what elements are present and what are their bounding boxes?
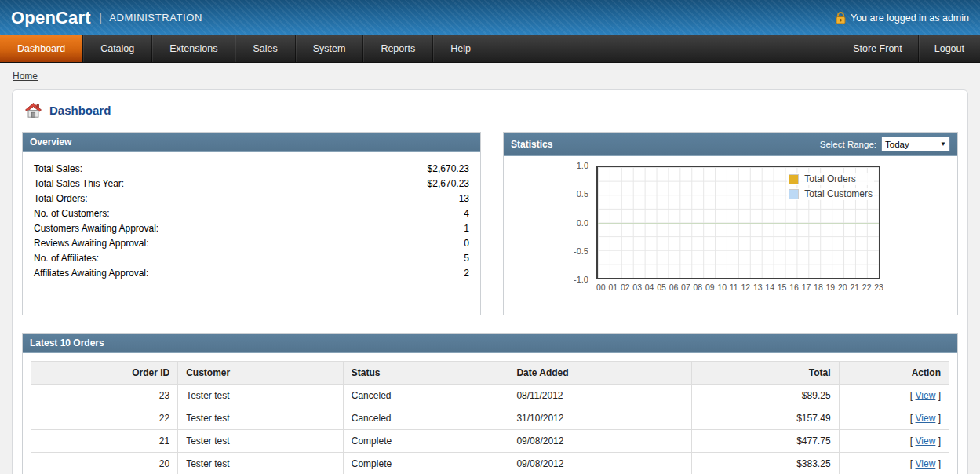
nav-right-group: Store Front Logout — [837, 35, 980, 62]
chart-legend: Total Orders Total Customers — [787, 173, 874, 202]
table-row: 20 Tester test Complete 09/08/2012 $383.… — [31, 453, 949, 474]
x-tick-label: 01 — [608, 283, 618, 292]
main-nav: Dashboard Catalog Extensions Sales Syste… — [0, 35, 980, 63]
overview-row-label: Total Sales This Year: — [34, 177, 124, 191]
cell-total: $157.49 — [692, 407, 839, 430]
x-tick-label: 00 — [596, 283, 606, 292]
legend-item: Total Customers — [787, 188, 874, 200]
overview-row-label: Reviews Awaiting Approval: — [34, 236, 149, 251]
chart-x-axis: 0001020304050607080910111213141516171819… — [596, 283, 883, 292]
cell-action: [ View ] — [839, 407, 949, 430]
content-area: Dashboard Overview Total Sales: $2,670.2… — [12, 89, 968, 474]
y-tick-label: 0.5 — [562, 189, 588, 199]
overview-row-value: 4 — [464, 206, 469, 221]
nav-logout[interactable]: Logout — [918, 35, 980, 62]
y-tick-label: -1.0 — [562, 275, 588, 284]
select-range-group: Select Range: Today ▼ — [820, 137, 950, 151]
nav-store-front[interactable]: Store Front — [837, 35, 918, 62]
x-tick-label: 15 — [778, 283, 787, 292]
cell-customer: Tester test — [178, 430, 344, 453]
x-tick-label: 05 — [657, 283, 666, 292]
overview-row-label: Customers Awaiting Approval: — [34, 221, 158, 236]
legend-swatch — [789, 189, 799, 199]
nav-tab-system[interactable]: System — [295, 35, 363, 62]
latest-orders-title: Latest 10 Orders — [30, 337, 104, 348]
cell-customer: Tester test — [178, 407, 344, 430]
nav-tab-help[interactable]: Help — [432, 35, 488, 62]
cell-customer: Tester test — [178, 453, 344, 474]
nav-tab-extensions[interactable]: Extensions — [151, 35, 235, 62]
x-tick-label: 21 — [850, 283, 859, 292]
overview-row: No. of Affiliates: 5 — [34, 251, 469, 266]
nav-tab-sales[interactable]: Sales — [235, 35, 294, 62]
breadcrumb-home-link[interactable]: Home — [13, 71, 38, 82]
overview-row-value: $2,670.23 — [428, 162, 469, 177]
x-tick-label: 04 — [645, 283, 654, 292]
select-range-value: Today — [885, 140, 909, 149]
y-tick-label: 1.0 — [562, 161, 588, 170]
view-link[interactable]: View — [916, 458, 936, 469]
overview-panel-header: Overview — [23, 133, 480, 152]
cell-status: Canceled — [343, 385, 508, 407]
cell-date-added: 09/08/2012 — [508, 430, 692, 453]
overview-row-value: 1 — [464, 221, 469, 236]
col-status: Status — [343, 362, 508, 385]
x-tick-label: 09 — [705, 283, 715, 292]
cell-order-id: 23 — [31, 385, 178, 407]
brand-divider: | — [99, 10, 102, 26]
breadcrumb: Home — [0, 63, 980, 88]
x-tick-label: 16 — [789, 283, 799, 292]
orders-table: Order ID Customer Status Date Added Tota… — [31, 361, 949, 474]
cell-total: $477.75 — [692, 430, 839, 453]
legend-label: Total Customers — [804, 188, 873, 199]
cell-order-id: 21 — [31, 430, 178, 453]
x-tick-label: 11 — [730, 283, 738, 292]
latest-orders-panel: Latest 10 Orders Order ID Customer Statu… — [22, 333, 958, 474]
x-tick-label: 14 — [765, 283, 774, 292]
legend-item: Total Orders — [787, 173, 874, 185]
cell-order-id: 20 — [31, 453, 178, 474]
cell-status: Complete — [343, 430, 508, 453]
chart-plot-area: Total Orders Total Customers — [596, 166, 880, 279]
chevron-down-icon: ▼ — [940, 140, 946, 148]
x-tick-label: 20 — [838, 283, 847, 292]
overview-row-value: $2,670.23 — [428, 177, 469, 191]
statistics-chart: 1.00.50.0-0.5-1.0 Total Orders — [596, 166, 883, 292]
overview-row-value: 2 — [464, 266, 469, 281]
cell-status: Complete — [343, 453, 508, 474]
page-title: Dashboard — [49, 104, 111, 117]
select-range-dropdown[interactable]: Today ▼ — [881, 137, 950, 151]
logged-in-text: You are logged in as admin — [851, 13, 969, 24]
x-tick-label: 17 — [802, 283, 811, 292]
select-range-label: Select Range: — [820, 140, 876, 149]
nav-tab-catalog[interactable]: Catalog — [82, 35, 151, 62]
y-tick-label: 0.0 — [562, 218, 588, 228]
overview-row-value: 13 — [459, 191, 469, 206]
cell-status: Canceled — [343, 407, 508, 430]
legend-label: Total Orders — [804, 173, 855, 184]
overview-row: Total Sales: $2,670.23 — [34, 162, 469, 177]
cell-action: [ View ] — [839, 430, 949, 453]
cell-date-added: 08/11/2012 — [508, 385, 692, 407]
orders-header-row: Order ID Customer Status Date Added Tota… — [31, 362, 949, 385]
overview-row-label: No. of Affiliates: — [34, 251, 99, 266]
x-tick-label: 06 — [669, 283, 679, 292]
nav-tab-reports[interactable]: Reports — [362, 35, 432, 62]
statistics-body: 1.00.50.0-0.5-1.0 Total Orders — [504, 156, 957, 315]
view-link[interactable]: View — [916, 413, 936, 424]
table-row: 21 Tester test Complete 09/08/2012 $477.… — [31, 430, 949, 453]
view-link[interactable]: View — [916, 436, 936, 447]
x-tick-label: 08 — [694, 283, 703, 292]
cell-customer: Tester test — [178, 385, 344, 407]
overview-row-value: 0 — [464, 236, 469, 251]
x-tick-label: 13 — [753, 283, 763, 292]
statistics-title: Statistics — [511, 139, 552, 150]
overview-row: Total Sales This Year: $2,670.23 — [34, 177, 469, 191]
cell-date-added: 31/10/2012 — [508, 407, 692, 430]
statistics-panel: Statistics Select Range: Today ▼ 1.00.50… — [503, 132, 958, 315]
nav-tab-dashboard[interactable]: Dashboard — [0, 35, 82, 62]
x-tick-label: 18 — [814, 283, 823, 292]
administration-label: ADMINISTRATION — [109, 12, 202, 24]
view-link[interactable]: View — [916, 390, 936, 401]
page-heading: Dashboard — [22, 100, 958, 132]
